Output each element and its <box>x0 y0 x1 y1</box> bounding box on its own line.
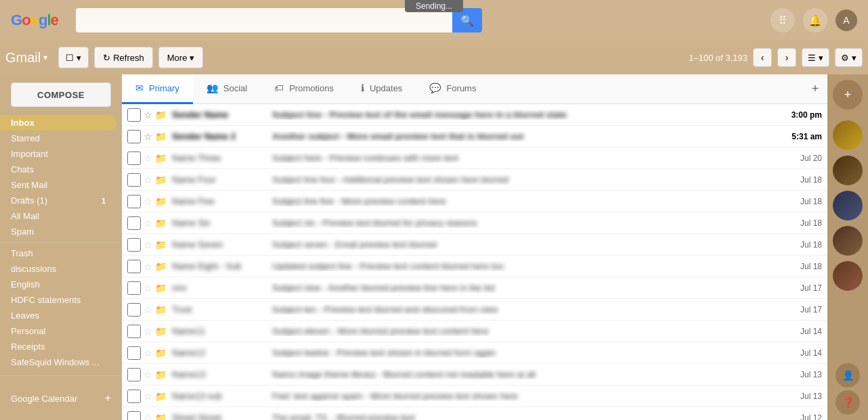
tab-forums[interactable]: 💬Forums <box>416 74 490 104</box>
row-checkbox[interactable] <box>127 151 141 165</box>
row-checkbox[interactable] <box>127 108 141 122</box>
star-icon[interactable]: ☆ <box>144 304 152 315</box>
table-row[interactable]: ☆ 📁 Name13 sub Fwd: test against spam - … <box>122 386 827 407</box>
table-row[interactable]: ☆ 📁 Name Four Subject line four - Additi… <box>122 169 827 191</box>
row-checkbox[interactable] <box>127 195 141 208</box>
right-panel-avatar-1[interactable] <box>833 120 863 150</box>
add-tab-button[interactable]: + <box>803 77 827 101</box>
sidebar-item-starred[interactable]: Starred <box>0 131 116 146</box>
sidebar-item-inbox[interactable]: Inbox <box>0 115 116 131</box>
tab-primary[interactable]: ✉Primary <box>122 74 193 104</box>
sidebar-item-leaves[interactable]: Leaves <box>0 308 116 323</box>
sidebar-item-trash[interactable]: Trash <box>0 246 116 261</box>
row-checkbox[interactable] <box>127 130 141 143</box>
tabs: ✉Primary👥Social🏷PromotionsℹUpdates💬Forum… <box>122 74 827 104</box>
row-checkbox[interactable] <box>127 173 141 187</box>
tab-social[interactable]: 👥Social <box>193 74 261 104</box>
right-panel-avatar-5[interactable] <box>833 261 863 291</box>
email-preview: Subject six - Preview text blurred for p… <box>267 218 781 228</box>
star-icon[interactable]: ☆ <box>144 239 152 250</box>
sidebar-item-personal[interactable]: Personal <box>0 323 116 339</box>
google-calendar-section[interactable]: Google Calendar + <box>0 387 122 410</box>
sidebar-item-spam[interactable]: Spam <box>0 224 116 239</box>
email-preview: Subject seven - Email preview text blurr… <box>267 239 781 250</box>
right-panel-avatar-3[interactable] <box>833 191 863 220</box>
sidebar-item-discussions[interactable]: discussions <box>0 261 116 277</box>
row-checkbox[interactable] <box>127 411 141 421</box>
compose-button[interactable]: COMPOSE <box>11 83 111 107</box>
star-icon[interactable]: ☆ <box>144 261 152 272</box>
row-checkbox[interactable] <box>127 238 141 252</box>
row-checkbox[interactable] <box>127 346 141 360</box>
select-button[interactable]: ☐ ▾ <box>58 47 89 68</box>
star-icon[interactable]: ☆ <box>144 283 152 294</box>
table-row[interactable]: ☆ 📁 Sender Name Subject line - Preview t… <box>122 104 827 126</box>
folder-icon: 📁 <box>155 283 167 294</box>
star-icon[interactable]: ☆ <box>144 369 152 380</box>
apps-button[interactable]: ⠿ <box>771 8 795 32</box>
table-row[interactable]: ☆ 📁 Name13 Namo image theme library - Bl… <box>122 364 827 386</box>
table-row[interactable]: ☆ 📁 Name11 Subject eleven - More blurred… <box>122 321 827 342</box>
table-row[interactable]: ☆ 📁 nnn Subject nine - Another blurred p… <box>122 277 827 299</box>
right-panel-expand-button[interactable]: + <box>833 80 863 110</box>
right-panel-help-icon[interactable]: ❓ <box>836 390 860 415</box>
second-bar: Gmail ▾ ☐ ▾ ↻ Refresh More ▾ 1–100 of 3,… <box>0 41 868 74</box>
row-checkbox[interactable] <box>127 216 141 230</box>
star-icon[interactable]: ☆ <box>144 348 152 358</box>
sidebar-item-drafts[interactable]: Drafts (1)1 <box>0 193 116 208</box>
star-icon[interactable]: ☆ <box>144 131 152 142</box>
sidebar-item-all[interactable]: All Mail <box>0 208 116 224</box>
star-icon[interactable]: ☆ <box>144 153 152 164</box>
sidebar-item-label: Trash <box>11 248 33 258</box>
table-row[interactable]: ☆ 📁 Street Street The email. TS. - Blurr… <box>122 407 827 420</box>
star-icon[interactable]: ☆ <box>144 391 152 402</box>
table-row[interactable]: ☆ 📁 Sender Name 2 Another subject - More… <box>122 126 827 147</box>
table-row[interactable]: ☆ 📁 Name12 Subject twelve - Preview text… <box>122 342 827 364</box>
right-panel-user-icon[interactable]: 👤 <box>836 363 860 388</box>
sidebar-item-label: Chats <box>11 164 34 174</box>
folder-icon: 📁 <box>155 348 167 358</box>
avatar[interactable]: A <box>836 9 857 31</box>
settings-button[interactable]: ⚙ ▾ <box>835 48 863 67</box>
tab-updates[interactable]: ℹUpdates <box>347 74 416 104</box>
table-row[interactable]: ☆ 📁 Name Eight - Sub Updated subject lin… <box>122 256 827 277</box>
next-page-button[interactable]: › <box>777 48 796 67</box>
table-row[interactable]: ☆ 📁 Name Three Subject here - Preview co… <box>122 147 827 169</box>
prev-page-button[interactable]: ‹ <box>753 48 772 67</box>
sidebar-item-chats[interactable]: Chats <box>0 162 116 177</box>
star-icon[interactable]: ☆ <box>144 196 152 207</box>
table-row[interactable]: ☆ 📁 Name Six Subject six - Preview text … <box>122 212 827 234</box>
tab-promotions[interactable]: 🏷Promotions <box>261 74 347 104</box>
star-icon[interactable]: ☆ <box>144 413 152 421</box>
sidebar-item-english[interactable]: English <box>0 277 116 292</box>
star-icon[interactable]: ☆ <box>144 326 152 337</box>
row-checkbox[interactable] <box>127 281 141 295</box>
table-row[interactable]: ☆ 📁 Name Five Subject line five - More p… <box>122 191 827 212</box>
star-icon[interactable]: ☆ <box>144 218 152 229</box>
star-icon[interactable]: ☆ <box>144 110 152 120</box>
table-row[interactable]: ☆ 📁 Name Seven Subject seven - Email pre… <box>122 234 827 256</box>
row-checkbox[interactable] <box>127 390 141 403</box>
sidebar-item-receipts[interactable]: Receipts <box>0 339 116 354</box>
sidebar-item-sent[interactable]: Sent Mail <box>0 177 116 193</box>
row-checkbox[interactable] <box>127 303 141 317</box>
view-button[interactable]: ☰ ▾ <box>802 48 829 67</box>
sidebar-item-important[interactable]: Important <box>0 146 116 162</box>
refresh-button[interactable]: ↻ Refresh <box>94 47 153 68</box>
sidebar-item-hdfc[interactable]: HDFC statements <box>0 292 116 308</box>
notifications-button[interactable]: 🔔 <box>803 8 827 32</box>
calendar-label: Google Calendar <box>11 394 77 404</box>
gmail-label[interactable]: Gmail ▾ <box>5 50 47 66</box>
row-checkbox[interactable] <box>127 325 141 338</box>
calendar-add-icon[interactable]: + <box>105 392 111 404</box>
search-input[interactable] <box>76 8 452 32</box>
more-chevron-icon: ▾ <box>190 53 194 63</box>
table-row[interactable]: ☆ 📁 Trust Subject ten - Preview text blu… <box>122 299 827 321</box>
sidebar-item-safesquid[interactable]: SafeSquid Windows ... <box>0 354 116 370</box>
right-panel-avatar-2[interactable] <box>833 156 863 185</box>
row-checkbox[interactable] <box>127 260 141 273</box>
right-panel-avatar-4[interactable] <box>833 226 863 256</box>
row-checkbox[interactable] <box>127 368 141 381</box>
more-button[interactable]: More ▾ <box>158 47 204 68</box>
star-icon[interactable]: ☆ <box>144 174 152 185</box>
